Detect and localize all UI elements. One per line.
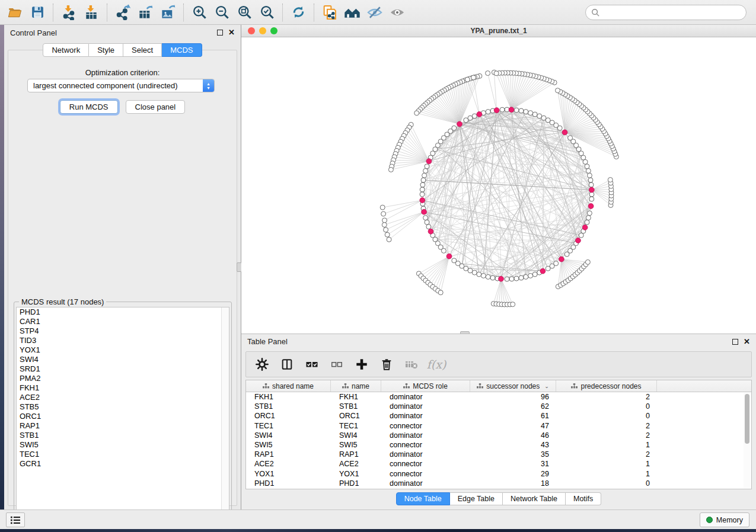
refresh-layout-button[interactable] (287, 2, 310, 23)
copy-style-button[interactable] (318, 2, 341, 23)
mcds-result-item[interactable]: TID3 (17, 336, 229, 345)
zoom-in-button[interactable] (188, 2, 210, 23)
table-row[interactable]: YOX1YOX1connector291 (246, 469, 751, 479)
gear-icon (256, 358, 269, 371)
table-body: FKH1FKH1dominator962STB1STB1dominator620… (246, 392, 751, 488)
cell-mcds_role: connector (381, 470, 470, 478)
table-row[interactable]: PHD1PHD1dominator180 (246, 479, 751, 488)
table-row[interactable]: STB1STB1dominator620 (246, 402, 751, 411)
search-input[interactable] (600, 8, 741, 17)
column-header-successor-nodes[interactable]: successor nodes⌄ (470, 380, 556, 392)
network-graph[interactable] (241, 37, 756, 334)
table-row[interactable]: TEC1TEC1connector472 (246, 421, 751, 431)
mcds-result-item[interactable]: TEC1 (17, 450, 229, 459)
table-row[interactable]: SWI5SWI5connector431 (246, 440, 751, 450)
save-button[interactable] (26, 2, 49, 23)
cell-shared_name: ACE2 (246, 460, 331, 468)
columns-button[interactable] (279, 357, 295, 372)
mcds-result-item[interactable]: FKH1 (17, 383, 229, 393)
mcds-result-item[interactable]: STB1 (17, 431, 229, 440)
mcds-result-item[interactable]: SWI4 (17, 355, 229, 364)
mcds-result-item[interactable]: STP4 (17, 326, 229, 336)
result-list-scrollbar[interactable] (221, 307, 229, 518)
column-header-shared-name[interactable]: shared name (246, 380, 331, 392)
sort-indicator-icon[interactable]: ⌄ (544, 383, 549, 389)
close-panel-icon[interactable]: ✕ (228, 30, 235, 36)
export-table-button[interactable] (134, 2, 157, 23)
export-network-button[interactable] (111, 2, 134, 23)
float-panel-button[interactable] (732, 339, 738, 345)
deselect-all-button[interactable] (329, 357, 344, 372)
status-bar: Memory (0, 509, 756, 529)
tab-mcds[interactable]: MCDS (162, 43, 202, 57)
mcds-result-item[interactable]: GCR1 (17, 459, 229, 469)
open-file-button[interactable] (4, 2, 26, 23)
table-row[interactable]: ACE2ACE2connector311 (246, 459, 751, 469)
table-scrollbar[interactable] (744, 393, 751, 488)
column-header-MCDS-role[interactable]: MCDS role (381, 380, 470, 392)
mcds-result-list[interactable]: PHD1CAR1STP4TID3YOX1SWI4SRD1PMA2FKH1ACE2… (16, 307, 229, 518)
column-header-predecessor-nodes[interactable]: predecessor nodes (556, 380, 657, 392)
table-row[interactable]: ORC1ORC1dominator610 (246, 411, 751, 421)
run-mcds-button[interactable]: Run MCDS (60, 100, 118, 114)
search-box[interactable] (585, 5, 747, 20)
import-network-button[interactable] (58, 2, 80, 23)
cell-predecessor: 1 (556, 470, 657, 478)
cell-successor: 35 (470, 450, 556, 459)
zoom-out-button[interactable] (210, 2, 233, 23)
gear-button[interactable] (254, 357, 270, 372)
import-table-button[interactable] (80, 2, 103, 23)
mcds-result-item[interactable]: STB5 (17, 402, 229, 412)
tab-motifs[interactable]: Motifs (566, 492, 601, 505)
mcds-result-item[interactable]: CAR1 (17, 317, 229, 326)
memory-button[interactable]: Memory (700, 512, 749, 527)
select-all-button[interactable] (304, 357, 320, 372)
tab-edge-table[interactable]: Edge Table (450, 492, 503, 505)
show-all-button[interactable] (386, 2, 409, 23)
cell-mcds_role: dominator (381, 450, 470, 459)
tab-select[interactable]: Select (123, 43, 162, 57)
mcds-result-item[interactable]: ORC1 (17, 412, 229, 421)
mcds-result-item[interactable]: SRD1 (17, 364, 229, 374)
hide-selected-button[interactable] (363, 2, 386, 23)
mcds-result-item[interactable]: PMA2 (17, 374, 229, 383)
float-panel-button[interactable] (217, 30, 223, 36)
mcds-result-item[interactable]: PHD1 (17, 307, 229, 317)
tab-node-table[interactable]: Node Table (396, 492, 450, 505)
tab-network[interactable]: Network (43, 43, 89, 57)
zoom-selected-button[interactable] (256, 2, 278, 23)
zoom-fit-icon (237, 4, 253, 20)
cell-successor: 47 (470, 422, 556, 430)
desktop-wallpaper-strip (0, 529, 756, 532)
toolbar-divider (183, 4, 184, 21)
close-panel-icon[interactable]: ✕ (744, 339, 750, 345)
table-row[interactable]: RAP1RAP1dominator352 (246, 450, 751, 459)
network-window-titlebar[interactable]: YPA_prune.txt_1 (241, 25, 756, 37)
add-column-button[interactable] (354, 357, 369, 372)
first-neighbors-button[interactable] (341, 2, 363, 23)
task-history-button[interactable] (6, 512, 25, 527)
zoom-fit-button[interactable] (233, 2, 256, 23)
cell-predecessor: 0 (556, 402, 657, 411)
table-scrollbar-thumb[interactable] (745, 394, 749, 444)
optimization-criterion-select[interactable]: largest connected component (undirected)… (27, 79, 215, 92)
close-panel-button[interactable]: Close panel (126, 100, 186, 114)
mcds-result-item[interactable]: SWI5 (17, 440, 229, 450)
table-row[interactable]: SWI4SWI4dominator462 (246, 431, 751, 440)
delete-column-button[interactable] (379, 357, 394, 372)
cell-successor: 43 (470, 441, 556, 449)
tab-network-table[interactable]: Network Table (503, 492, 566, 505)
toolbar-divider (282, 4, 283, 21)
application-window: Control Panel ✕ NetworkStyleSelectMCDS O… (0, 0, 756, 532)
mcds-result-item[interactable]: RAP1 (17, 421, 229, 431)
table-row[interactable]: FKH1FKH1dominator962 (246, 392, 751, 402)
import-network-icon (61, 5, 76, 20)
export-table-icon (138, 4, 154, 20)
mcds-result-item[interactable]: YOX1 (17, 345, 229, 355)
network-canvas[interactable] (241, 37, 756, 334)
tab-style[interactable]: Style (89, 43, 123, 57)
control-panel-title: Control Panel (10, 28, 57, 37)
column-header-name[interactable]: name (331, 380, 381, 392)
mcds-result-item[interactable]: ACE2 (17, 393, 229, 402)
export-image-button[interactable] (157, 2, 179, 23)
